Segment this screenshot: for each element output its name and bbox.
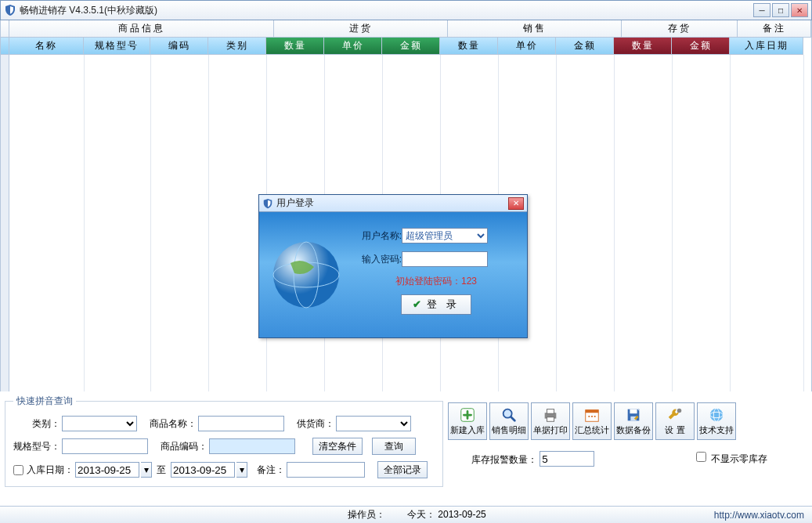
- calendar-icon: [583, 406, 601, 424]
- column-header[interactable]: 数量: [614, 38, 672, 55]
- window-title: 畅销进销存 V4.3.5.1(中秋珍藏版): [20, 4, 753, 17]
- svg-point-11: [710, 409, 724, 422]
- action-toolbar: 新建入库销售明细单据打印汇总统计数据备份设 置技术支持: [448, 395, 807, 440]
- printer-icon: [542, 406, 559, 424]
- column-header[interactable]: 数量: [266, 38, 324, 55]
- toolbtn-label: 新建入库: [450, 424, 485, 436]
- toolbtn-label: 单据打印: [533, 424, 568, 436]
- stock-warn-label: 库存报警数量：: [471, 454, 537, 465]
- code-label: 商品编码：: [161, 440, 208, 453]
- column-group: 销售: [448, 20, 622, 38]
- today-value: 2013-09-25: [438, 509, 485, 520]
- maximize-button[interactable]: □: [772, 3, 789, 17]
- detail-button[interactable]: 销售明细: [489, 402, 529, 440]
- backup-button[interactable]: 数据备份: [614, 402, 653, 440]
- svg-rect-4: [547, 417, 554, 422]
- hide-zero-checkbox[interactable]: [696, 452, 706, 462]
- svg-rect-3: [547, 409, 554, 414]
- login-button[interactable]: ✔登 录: [401, 294, 471, 315]
- settings-button[interactable]: 设 置: [655, 402, 695, 440]
- column-header[interactable]: 名称: [9, 38, 84, 55]
- column-group: 商品信息: [9, 20, 274, 38]
- print-button[interactable]: 单据打印: [531, 402, 570, 440]
- column-header[interactable]: 入库日期: [730, 38, 803, 55]
- toolbtn-label: 数据备份: [616, 424, 651, 436]
- product-name-input[interactable]: [198, 416, 284, 431]
- username-select[interactable]: 超级管理员: [402, 228, 488, 243]
- column-group: 进货: [274, 20, 448, 38]
- column-header[interactable]: 金额: [672, 38, 730, 55]
- toolbtn-label: 技术支持: [699, 424, 734, 436]
- globe-icon: [708, 406, 725, 424]
- toolbtn-label: 设 置: [665, 424, 684, 436]
- status-url: http://www.xiaotv.com: [714, 510, 804, 521]
- column-header[interactable]: 单价: [324, 38, 382, 55]
- quick-search-legend: 快速拼音查询: [13, 395, 76, 408]
- support-button[interactable]: 技术支持: [697, 402, 736, 440]
- clear-button[interactable]: 清空条件: [312, 438, 363, 455]
- category-select[interactable]: [62, 416, 137, 431]
- toolbtn-label: 销售明细: [492, 424, 526, 436]
- column-header[interactable]: 金额: [556, 38, 614, 55]
- spec-label: 规格型号：: [13, 440, 60, 453]
- dialog-close-button[interactable]: ✕: [508, 197, 524, 210]
- minimize-button[interactable]: ─: [753, 3, 770, 17]
- column-header[interactable]: 类别: [208, 38, 266, 55]
- window-titlebar: 畅销进销存 V4.3.5.1(中秋珍藏版) ─ □ ✕: [0, 0, 812, 20]
- stock-warn-input[interactable]: [540, 451, 594, 467]
- all-records-button[interactable]: 全部记录: [377, 461, 428, 478]
- toolbtn-label: 汇总统计: [575, 424, 609, 436]
- svg-point-10: [677, 409, 682, 413]
- disk-icon: [625, 406, 642, 424]
- password-input[interactable]: [402, 251, 488, 267]
- new-button[interactable]: 新建入库: [448, 402, 487, 440]
- date-label: 入库日期：: [27, 463, 74, 477]
- hide-zero-label: 不显示零库存: [711, 453, 767, 464]
- category-label: 类别：: [13, 417, 60, 431]
- spec-input[interactable]: [62, 438, 148, 454]
- column-header[interactable]: 规格型号: [84, 38, 150, 55]
- supplier-select[interactable]: [336, 416, 411, 431]
- column-header[interactable]: 金额: [382, 38, 440, 55]
- password-label: 输入密码:: [356, 253, 402, 266]
- app-icon: [4, 4, 16, 16]
- date-to-input[interactable]: [171, 462, 235, 478]
- close-button[interactable]: ✕: [791, 3, 808, 17]
- today-label: 今天：: [407, 509, 435, 520]
- wrench-icon: [666, 406, 684, 424]
- dialog-title: 用户登录: [276, 197, 508, 210]
- svg-point-14: [273, 242, 339, 308]
- dialog-app-icon: [262, 198, 273, 209]
- plus-icon: [459, 406, 476, 424]
- date-to-label: 至: [157, 463, 166, 477]
- date-from-picker-icon[interactable]: ▾: [141, 462, 152, 478]
- column-group: 存货: [622, 20, 738, 38]
- remark-label: 备注：: [257, 463, 285, 477]
- date-from-input[interactable]: [75, 462, 139, 478]
- date-to-picker-icon[interactable]: ▾: [236, 462, 247, 478]
- username-label: 用户名称:: [356, 229, 402, 243]
- date-checkbox[interactable]: [13, 465, 23, 475]
- column-header[interactable]: 单价: [498, 38, 556, 55]
- column-header[interactable]: 数量: [440, 38, 498, 55]
- column-group: 备注: [738, 20, 811, 38]
- operator-label: 操作员：: [348, 509, 385, 520]
- stat-button[interactable]: 汇总统计: [572, 402, 612, 440]
- magnifier-icon: [500, 406, 518, 424]
- login-dialog: 用户登录 ✕ 用户名称: 超级管理员 输入密码: 初始登陆: [258, 194, 528, 338]
- svg-rect-6: [586, 410, 599, 413]
- remark-input[interactable]: [287, 462, 365, 478]
- query-button[interactable]: 查询: [372, 438, 416, 455]
- quick-search-panel: 快速拼音查询 类别： 商品名称： 供货商： 规格型号： 商品编码： 清空条件 查…: [5, 395, 443, 487]
- password-hint: 初始登陆密码：123: [356, 275, 516, 288]
- login-globe-image: [259, 212, 353, 337]
- status-bar: 操作员： 今天： 2013-09-25 http://www.xiaotv.co…: [0, 506, 812, 523]
- svg-rect-8: [630, 409, 637, 414]
- column-header[interactable]: 编码: [150, 38, 208, 55]
- product-name-label: 商品名称：: [150, 417, 197, 431]
- supplier-label: 供货商：: [297, 417, 334, 431]
- code-input[interactable]: [209, 438, 295, 454]
